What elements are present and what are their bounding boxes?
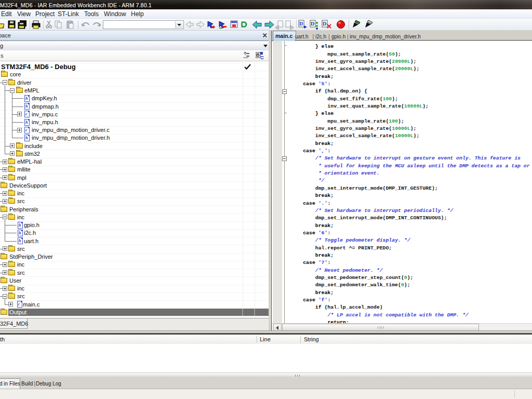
svg-text:B: B [256,52,260,58]
svg-text:D: D [299,21,303,26]
svg-text:D: D [311,21,314,26]
svg-text:D: D [323,21,326,26]
